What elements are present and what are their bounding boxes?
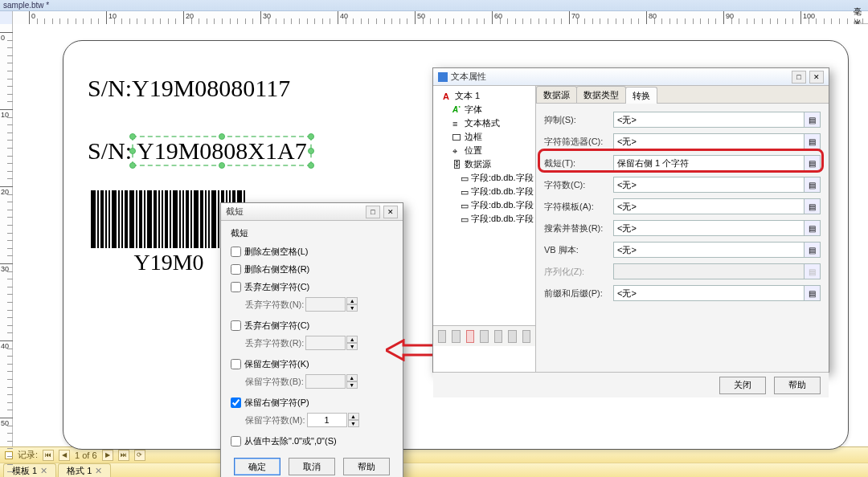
tree-node-field[interactable]: ▭字段:db.db.字段 1	[435, 198, 534, 212]
searchreplace-field[interactable]: <无>	[613, 220, 805, 236]
help-button[interactable]: 帮助	[774, 377, 821, 394]
keep-right-count[interactable]	[307, 413, 347, 427]
group-label: 截短	[231, 227, 393, 239]
tree-node-format[interactable]: ≡文本格式	[435, 116, 534, 130]
toolbar-icon[interactable]	[480, 330, 488, 343]
dialog-titlebar[interactable]: 文本属性 □ ✕	[433, 68, 829, 86]
toolbar-icon[interactable]	[508, 330, 516, 343]
resize-handle[interactable]	[219, 162, 225, 169]
prefixsuffix-field[interactable]: <无>	[613, 285, 805, 301]
toolbar-icon[interactable]	[452, 330, 460, 343]
edit-icon[interactable]: ▤	[805, 242, 821, 258]
edit-icon[interactable]: ▤	[805, 220, 821, 236]
dialog-title: 截短	[226, 206, 362, 218]
dialog-help-icon[interactable]: □	[366, 206, 380, 218]
tree-node-border[interactable]: 边框	[435, 130, 534, 144]
spin-down-icon[interactable]: ▼	[348, 420, 359, 427]
chk-trim-right-spaces[interactable]	[231, 264, 241, 275]
serial-text-2-value: Y19M0808X1A7	[137, 137, 307, 164]
charcount-field[interactable]: <无>	[613, 177, 805, 193]
chk-label: 删除左侧空格(L)	[244, 246, 308, 258]
dialog-help-icon[interactable]: □	[792, 71, 806, 84]
serial-text-1[interactable]: S/N:Y19M08080117	[88, 75, 290, 102]
charfilter-field[interactable]: <无>	[613, 133, 805, 149]
resize-handle[interactable]	[308, 148, 314, 154]
vbscript-field[interactable]: <无>	[613, 242, 805, 258]
toolbar-icon[interactable]	[522, 330, 530, 343]
tree-node-field[interactable]: ▭字段:db.db.字段 1	[435, 185, 534, 198]
resize-handle[interactable]	[129, 148, 136, 154]
last-record-icon[interactable]: ⏭	[118, 450, 129, 461]
suppress-field[interactable]: <无>	[613, 112, 805, 128]
prev-record-icon[interactable]: ◀	[59, 450, 70, 461]
cancel-button[interactable]: 取消	[289, 458, 335, 475]
status-icon	[5, 451, 13, 459]
resize-handle[interactable]	[129, 162, 136, 169]
close-icon[interactable]: ✕	[809, 71, 824, 84]
tree-node-field[interactable]: ▭字段:db.db.字段 1	[435, 171, 534, 185]
ruler-left[interactable]	[0, 24, 13, 446]
tab-transform[interactable]: 转换	[625, 87, 657, 104]
dialog-titlebar[interactable]: 截短 □ ✕	[221, 203, 403, 221]
close-icon[interactable]: ✕	[383, 206, 398, 218]
dialog-title: 文本属性	[451, 71, 788, 83]
chartemplate-field[interactable]: <无>	[613, 198, 805, 214]
chk-label: 丢弃右侧字符(C)	[244, 320, 309, 332]
tree-node-datasource[interactable]: 🗄数据源	[435, 157, 534, 171]
resize-handle[interactable]	[219, 133, 225, 140]
edit-icon[interactable]: ▤	[805, 133, 821, 149]
toolbar-icon[interactable]	[438, 330, 446, 343]
row-label: VB 脚本:	[544, 244, 613, 256]
chk-keep-left[interactable]	[231, 359, 241, 369]
app-icon	[438, 72, 448, 82]
text-properties-window[interactable]: 文本属性 □ ✕ A文本 1 A*字体 ≡文本格式 边框 ⌖位置 🗄数据源 ▭字…	[432, 67, 829, 373]
edit-icon[interactable]: ▤	[805, 198, 821, 214]
resize-handle[interactable]	[129, 133, 136, 140]
delete-icon[interactable]	[466, 330, 474, 343]
footer-tab-format[interactable]: 格式 1✕	[58, 463, 111, 478]
tab-datasource[interactable]: 数据源	[536, 86, 577, 103]
ruler-top[interactable]	[13, 11, 854, 24]
truncate-field[interactable]: 保留右侧 1 个字符	[613, 155, 805, 171]
spin-down-icon: ▼	[346, 343, 358, 350]
chk-discard-left[interactable]	[231, 282, 241, 292]
edit-icon[interactable]: ▤	[805, 155, 821, 171]
resize-handle[interactable]	[308, 133, 314, 140]
chk-strip-zero[interactable]	[231, 436, 241, 446]
edit-icon[interactable]: ▤	[805, 177, 821, 193]
footer-tab-template[interactable]: 模板 1✕	[3, 463, 56, 478]
dialog-body: 截短 删除左侧空格(L) 删除右侧空格(R) 丢弃左侧字符(C) 丢弃字符数(N…	[221, 221, 403, 477]
next-record-icon[interactable]: ▶	[102, 450, 113, 461]
records-label: 记录:	[18, 449, 38, 461]
serialize-field	[613, 263, 805, 279]
resize-handle[interactable]	[308, 162, 314, 169]
edit-icon[interactable]: ▤	[805, 112, 821, 128]
chk-discard-right[interactable]	[231, 320, 241, 331]
help-button[interactable]: 帮助	[343, 458, 390, 475]
tab-datatype[interactable]: 数据类型	[576, 86, 626, 103]
properties-form: 抑制(S):<无>▤ 字符筛选器(C):<无>▤ 截短(T):保留右侧 1 个字…	[536, 104, 829, 312]
tree-node-root[interactable]: A文本 1	[435, 89, 534, 103]
tree-node-font[interactable]: A*字体	[435, 103, 534, 116]
chk-trim-left-spaces[interactable]	[231, 247, 241, 257]
selection-box[interactable]: Y19M0808X1A7	[132, 136, 312, 166]
close-button[interactable]: 关闭	[719, 377, 766, 394]
refresh-icon[interactable]: ⟳	[134, 450, 145, 461]
edit-icon[interactable]: ▤	[805, 285, 821, 301]
canvas[interactable]: S/N:Y19M08080117 S/N: Y19M0808X1A7	[13, 24, 868, 446]
ok-button[interactable]: 确定	[234, 458, 280, 475]
discard-right-count	[305, 336, 346, 350]
spin-down-icon: ▼	[346, 381, 358, 389]
close-tab-icon[interactable]: ✕	[95, 466, 102, 475]
row-label: 序列化(Z):	[544, 266, 613, 278]
tree-node-position[interactable]: ⌖位置	[435, 144, 534, 157]
spin-up-icon[interactable]: ▲	[348, 413, 359, 420]
toolbar-icon[interactable]	[494, 330, 502, 343]
chk-keep-right[interactable]	[231, 398, 241, 408]
first-record-icon[interactable]: ⏮	[43, 450, 54, 461]
tree-node-field[interactable]: ▭字段:db.db.字段 1	[435, 212, 534, 226]
truncate-dialog[interactable]: 截短 □ ✕ 截短 删除左侧空格(L) 删除右侧空格(R) 丢弃左侧字符(C) …	[220, 202, 403, 477]
close-tab-icon[interactable]: ✕	[40, 466, 47, 475]
ruler-unit: 毫米	[854, 11, 868, 23]
chk-label: 保留右侧字符(P)	[244, 397, 309, 409]
